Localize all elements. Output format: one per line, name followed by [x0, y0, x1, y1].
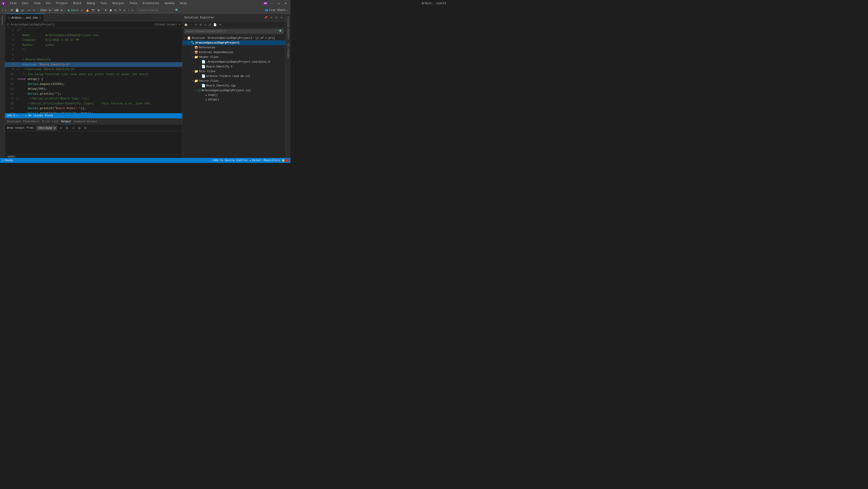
tab-output[interactable]: Output: [61, 119, 71, 124]
scroll-right-arrow[interactable]: ▸: [14, 155, 17, 158]
se-pin-btn[interactable]: 📌: [263, 16, 269, 20]
tree-expand-icon[interactable]: ▷: [191, 46, 194, 49]
toolbar-camera-btn[interactable]: 📷: [91, 8, 96, 12]
menu-view[interactable]: View: [32, 1, 42, 5]
tree-collapse-icon[interactable]: ▽: [187, 41, 191, 44]
menu-analyze[interactable]: Analyze: [111, 1, 125, 5]
output-filter-btn[interactable]: ▤: [77, 126, 82, 130]
menu-project[interactable]: Project: [55, 1, 69, 5]
tab-error-list[interactable]: Error List: [42, 119, 59, 124]
toolbar-monitor-btn[interactable]: 🖥: [96, 8, 101, 12]
se-search-icon[interactable]: 🔍: [278, 29, 284, 34]
se-settings-btn[interactable]: ⚙: [198, 23, 203, 27]
right-tab-solution-explorer[interactable]: Solution Explorer: [286, 14, 290, 41]
output-clear-btn[interactable]: 🗑: [65, 126, 69, 130]
live-share-button[interactable]: 👥 Live Share ⌄: [263, 8, 289, 12]
platform-dropdown[interactable]: x86: [52, 8, 64, 13]
menu-test[interactable]: Test: [99, 1, 109, 5]
toolbar-pause-btn[interactable]: ⏸: [103, 8, 108, 12]
code-editor[interactable]: 1 ▽/* 2 Name: ArduinoSpecialEmptyProject…: [5, 28, 182, 113]
menu-edit[interactable]: Edit: [20, 1, 30, 5]
menu-build[interactable]: Build: [71, 1, 83, 5]
se-float-btn[interactable]: ⧉: [274, 16, 278, 20]
editor-tab-main[interactable]: ⬡ Arduin...ect.ino ✕: [5, 13, 44, 22]
output-pause-btn[interactable]: ⏸: [59, 126, 63, 130]
tree-item-misc-files[interactable]: ▽ 📁 Misc Files: [182, 69, 285, 74]
toolbar-step-over-btn[interactable]: ↷: [118, 8, 122, 12]
window-minimize-button[interactable]: ─: [269, 1, 275, 6]
menu-extensions[interactable]: Extensions: [141, 1, 161, 5]
output-source-dropdown[interactable]: Micro Build: [36, 126, 57, 130]
se-close-btn[interactable]: ✕: [280, 16, 284, 20]
tree-item-header-files[interactable]: ▽ 📁 Header Files: [182, 55, 285, 59]
notification-bell-button[interactable]: 🔔 1: [282, 159, 289, 162]
toolbar-stop-btn[interactable]: ⏹: [108, 8, 113, 12]
scroll-right-btn[interactable]: ›: [22, 114, 24, 117]
toolbar-back-btn[interactable]: ⟨: [1, 8, 4, 12]
se-view-btn[interactable]: 👁: [218, 23, 223, 27]
hot-reload-btn[interactable]: 🔥: [85, 8, 90, 12]
tree-item-main-ino[interactable]: ▽ ⬡ ArduinoSpecialEmptyProject.ino: [182, 88, 285, 93]
user-avatar[interactable]: HK: [262, 2, 268, 5]
se-back-btn[interactable]: ←: [189, 23, 193, 27]
se-collapse-btn[interactable]: ⊞: [208, 23, 212, 27]
tab-command-window[interactable]: Command Window: [74, 119, 97, 124]
search-input[interactable]: [137, 8, 174, 12]
se-open-file-btn[interactable]: 📄: [212, 23, 218, 27]
menu-git[interactable]: Git: [44, 1, 53, 5]
right-tab-git-changes[interactable]: Git Changes: [286, 41, 290, 60]
output-grid-btn[interactable]: ⊞: [83, 126, 87, 130]
tree-item-readme-txt[interactable]: 📄 arduino folders read me.txt: [182, 74, 285, 79]
toolbox-label[interactable]: Toolbox: [1, 14, 4, 26]
tree-collapse-icon[interactable]: ▽: [183, 37, 187, 39]
tree-collapse-icon[interactable]: ▽: [194, 89, 198, 92]
tree-collapse-icon[interactable]: ▽: [191, 56, 194, 59]
tree-item-vsarduino-h[interactable]: 📄 .ArduinoSpecialEmptyProject.vsarduino.…: [182, 59, 285, 64]
toolbar-config-btn[interactable]: ⚙: [10, 8, 14, 12]
tree-collapse-icon[interactable]: ▽: [191, 70, 194, 73]
zoom-level[interactable]: 106 %: [7, 114, 15, 117]
se-sync-btn[interactable]: ⟳: [194, 23, 198, 27]
menu-window[interactable]: Window: [163, 1, 176, 5]
toolbar-save-all-btn[interactable]: 🗂: [20, 8, 25, 12]
menu-debug[interactable]: Debug: [85, 1, 97, 5]
toolbar-forward-btn[interactable]: ⟩: [4, 8, 7, 12]
se-menu-btn[interactable]: ▾: [270, 16, 273, 20]
path-scope-arrow[interactable]: ▾: [179, 23, 180, 26]
toolbar-step-into-btn[interactable]: ↳: [123, 8, 127, 12]
add-to-source-control-button[interactable]: ↑ Add to Source Control: [211, 159, 248, 162]
tree-item-board-identify-h[interactable]: 📄 Board_Identify.h: [182, 64, 285, 69]
tree-item-source-files[interactable]: ▽ 📁 Source Files: [182, 79, 285, 83]
tree-item-ext-deps[interactable]: ▷ 📦 External Dependencies: [182, 50, 285, 55]
menu-tools[interactable]: Tools: [127, 1, 140, 5]
window-close-button[interactable]: ✕: [283, 1, 289, 6]
scroll-left-arrow[interactable]: ◂: [5, 155, 8, 158]
toolbar-redo-btn[interactable]: ↪: [32, 8, 36, 12]
toolbar-restart-btn[interactable]: ↻: [114, 8, 118, 12]
zoom-down-icon[interactable]: ▾: [16, 114, 18, 118]
path-project[interactable]: ArduinoSpecialEmptyProject1: [11, 23, 55, 26]
tab-close-button[interactable]: ✕: [39, 16, 41, 20]
tree-item-solution[interactable]: ▽ 📋 Solution 'ArduinoSpecialEmptyProject…: [182, 36, 285, 40]
se-filter-btn[interactable]: ⊟: [203, 23, 208, 27]
window-restore-button[interactable]: ▭: [276, 1, 282, 6]
tree-collapse-icon[interactable]: ▽: [191, 80, 194, 82]
tab-developer-powershell[interactable]: Developer PowerShell: [7, 119, 39, 124]
tree-expand-icon[interactable]: ▷: [191, 51, 194, 54]
toolbar-step-out-btn[interactable]: ↑: [127, 8, 130, 12]
tree-item-setup[interactable]: ⬧ setup(): [182, 97, 285, 102]
start-secondary-btn[interactable]: ▷: [81, 8, 85, 12]
se-search-input[interactable]: [184, 29, 278, 34]
select-repository-button[interactable]: ✦ Select Repository: [249, 159, 280, 162]
menu-file[interactable]: File: [8, 1, 19, 5]
toolbar-step-back-btn[interactable]: ⤺: [131, 8, 135, 12]
toolbar-save-btn[interactable]: 💾: [14, 8, 20, 12]
output-scrollbar[interactable]: ◂ ▸: [5, 155, 182, 158]
toolbar-undo-btn[interactable]: ↩: [27, 8, 31, 12]
output-wrap-btn[interactable]: ⇌: [71, 126, 75, 130]
tree-item-board-identify-cpp[interactable]: 📄 Board_Identify.cpp: [182, 83, 285, 88]
debug-config-dropdown[interactable]: Debu: [38, 8, 52, 13]
menu-help[interactable]: Help: [178, 1, 188, 5]
tree-item-project[interactable]: ▽ 🔧 ArduinoSpecialEmptyProject1: [182, 40, 285, 45]
path-scope[interactable]: (Global Scope): [154, 23, 177, 26]
